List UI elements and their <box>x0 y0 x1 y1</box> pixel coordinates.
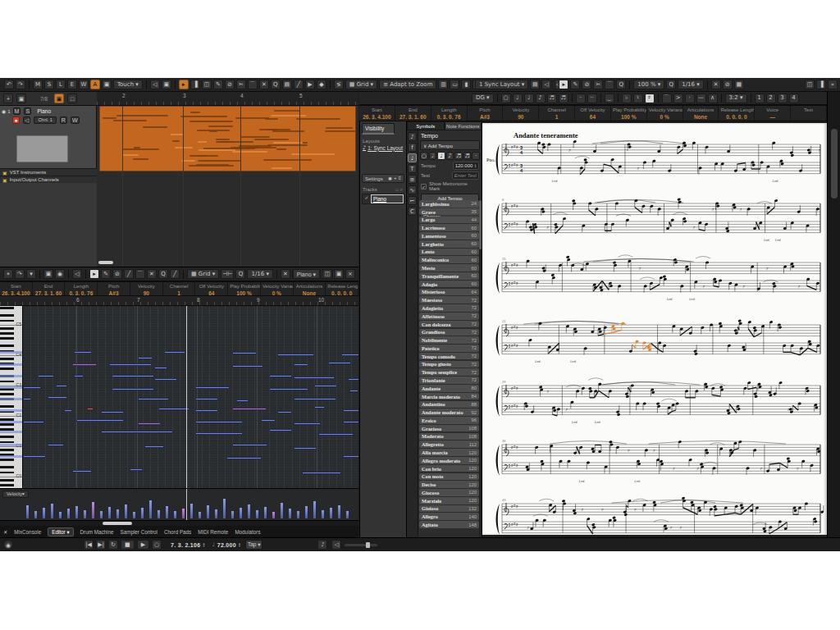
duration-button-4[interactable]: ♬ <box>454 152 463 160</box>
velocity-bar[interactable] <box>116 509 119 518</box>
lock-icon[interactable]: ⊘ <box>723 80 733 89</box>
tie-button[interactable]: ‿ <box>605 94 614 103</box>
tempo-spinner[interactable]: ▲▼ <box>238 542 241 547</box>
velocity-bar[interactable] <box>174 511 176 518</box>
velocity-bar[interactable] <box>240 508 242 518</box>
output-icon[interactable]: ◁ <box>331 540 341 550</box>
info-velocity-variance[interactable]: Velocity Variance0 % <box>261 282 294 295</box>
info-velocity-variance[interactable]: Velocity Variance0 % <box>647 106 683 121</box>
part-select[interactable]: Piano ▾ <box>293 269 320 279</box>
velocity-bar[interactable] <box>346 511 349 518</box>
midi-note[interactable] <box>195 432 243 435</box>
tab-drum-machine[interactable]: Drum Machine <box>80 529 114 535</box>
list-icon[interactable]: ≡ <box>398 176 401 181</box>
sharp-button[interactable]: ♯ <box>645 94 655 103</box>
tab-sampler-control[interactable]: Sampler Control <box>121 529 158 535</box>
automation-button[interactable]: A <box>90 80 100 89</box>
midi-note[interactable] <box>294 398 336 400</box>
glue-tool[interactable]: ⌒ <box>135 269 145 279</box>
velocity-bar[interactable] <box>108 507 111 518</box>
arrow-down-icon[interactable]: ▾ <box>26 269 36 279</box>
velocity-lane[interactable]: Velocity ▾ <box>0 488 358 520</box>
activate-project-icon[interactable]: ◉ <box>3 540 13 550</box>
tempo-preset-andantino[interactable]: Andantino88 <box>419 401 479 409</box>
info-release-length[interactable]: Release Length0. 0. 0. 0 <box>719 106 755 121</box>
midi-note[interactable] <box>158 408 189 410</box>
midi-note[interactable] <box>138 422 161 425</box>
midi-note[interactable] <box>314 406 325 409</box>
velocity-bar[interactable] <box>67 509 70 518</box>
edit-button[interactable]: E <box>67 80 77 89</box>
grid-type-select[interactable]: ▦ Grid ▾ <box>345 80 377 89</box>
zoom-level-select[interactable]: 100 % ▾ <box>633 80 664 89</box>
expand-icon[interactable]: » <box>828 80 838 89</box>
info-off-velocity[interactable]: Off Velocity64 <box>575 106 611 121</box>
settings-button[interactable]: Settings✱+≡ <box>362 174 404 183</box>
barline-icon[interactable]: ≡ <box>408 175 417 184</box>
info-end[interactable]: End27. 3. 1. 60 <box>395 106 431 121</box>
midi-note[interactable] <box>294 377 335 379</box>
midi-note[interactable] <box>195 409 218 412</box>
channel-select[interactable]: Chnl. 1 <box>34 116 56 124</box>
thirtysecond-note-button[interactable]: ♬ <box>559 94 568 103</box>
tempo-preset-grazioso[interactable]: Grazioso108 <box>419 425 479 432</box>
info-end[interactable]: End27. 3. 1. 60 <box>33 282 66 295</box>
glue-tool[interactable]: ⌒ <box>248 80 258 89</box>
close-editor-icon[interactable]: × <box>345 269 355 279</box>
track-mute-button[interactable]: M <box>13 107 21 115</box>
solo-button[interactable]: S <box>44 80 54 89</box>
midi-note[interactable] <box>269 375 292 377</box>
midi-note[interactable] <box>72 470 92 472</box>
layout-link[interactable]: ♪1: Sync Layout <box>363 144 404 151</box>
mute-button[interactable]: M <box>33 80 43 89</box>
tempo-preset-larghetto[interactable]: Larghetto60 <box>419 240 479 248</box>
duration-button-5[interactable]: ♬ <box>463 152 472 160</box>
listen-button[interactable]: L <box>56 80 66 89</box>
project-ruler[interactable]: 2345 <box>97 92 358 106</box>
voice-2-button[interactable]: 2 <box>766 94 776 103</box>
hscroll-thumb[interactable] <box>103 522 132 525</box>
velocity-bar[interactable] <box>26 505 29 518</box>
tempo-preset-allegretto[interactable]: Allegretto112 <box>419 441 479 448</box>
half-note-button[interactable]: ♩ <box>513 94 523 103</box>
midi-note[interactable] <box>318 433 354 436</box>
score-page[interactable]: Andante teneramente Pno. ♯♯♯♯♯♯3434777Le… <box>482 123 827 535</box>
combine-tool[interactable]: ◫ <box>202 80 212 89</box>
tempo-preset-tempo-giusto[interactable]: Tempo giusto72 <box>419 361 479 368</box>
pedal-icon[interactable]: ⌐ <box>408 196 417 205</box>
midi-note[interactable] <box>48 444 64 446</box>
velocity-bar[interactable] <box>166 506 168 518</box>
midi-note[interactable] <box>56 385 67 387</box>
tempo-preset-con-brio[interactable]: Con brio120 <box>419 465 479 472</box>
line-tool[interactable]: ╱ <box>294 80 304 89</box>
tempo-preset-gioioso[interactable]: Gioioso132 <box>419 505 479 513</box>
object-select-tool[interactable]: ▸ <box>559 80 568 89</box>
tempo-preset-giocoso[interactable]: Giocoso120 <box>419 489 479 496</box>
tempo-list-scrollbar[interactable] <box>479 200 482 537</box>
midi-note[interactable] <box>138 357 153 359</box>
velocity-bar[interactable] <box>305 506 308 518</box>
tempo-preset-lamentoso[interactable]: Lamentoso60 <box>419 232 479 240</box>
note-grid[interactable] <box>23 306 358 488</box>
record-button[interactable]: ○ <box>152 540 162 550</box>
tempo-preset-alla-marcia[interactable]: Alla marcia120 <box>419 449 479 456</box>
arrange-area[interactable] <box>97 106 358 267</box>
score-vscroll[interactable] <box>827 92 840 537</box>
info-play-probability[interactable]: Play Probability100 % <box>228 282 261 295</box>
midi-note[interactable] <box>154 367 167 369</box>
natural-button[interactable]: ♮ <box>633 94 643 103</box>
mute-tool[interactable]: ✕ <box>147 269 157 279</box>
solo-editor-button[interactable]: ▣ <box>43 269 53 279</box>
color-tool[interactable]: ◆ <box>317 80 326 89</box>
goto-start-button[interactable]: |◀ <box>84 540 94 550</box>
monitor-icon[interactable]: □ <box>67 94 77 103</box>
track-visible-check[interactable]: ✓ <box>363 194 371 203</box>
midi-note[interactable] <box>314 385 337 387</box>
slur-button[interactable]: ⌒ <box>662 94 672 103</box>
midi-note[interactable] <box>277 354 314 356</box>
dot-button[interactable]: · <box>576 94 586 103</box>
play-tool[interactable]: ▶ <box>305 80 315 89</box>
ornament-icon[interactable]: ∿ <box>408 185 417 194</box>
midi-note[interactable] <box>261 419 276 422</box>
tempo-preset-allegro-moderato[interactable]: Allegro moderato120 <box>419 457 479 464</box>
